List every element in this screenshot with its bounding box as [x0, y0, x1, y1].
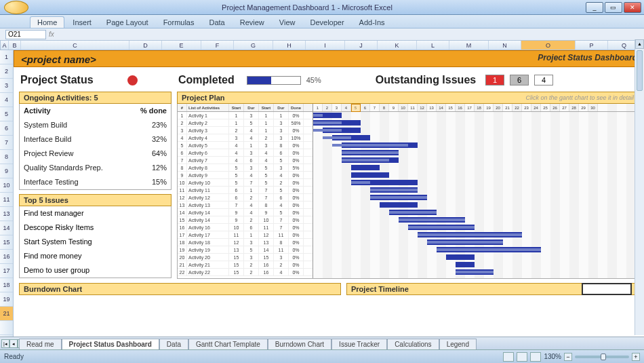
gantt-task-row[interactable]: 7Activity 746450%	[178, 157, 313, 164]
row-header-13[interactable]: 13	[0, 207, 13, 221]
gantt-task-row[interactable]: 3Activity 324130%	[178, 127, 313, 134]
issue-row[interactable]: Find test manager	[20, 206, 171, 221]
column-header-B[interactable]: B	[9, 41, 21, 50]
ribbon-tab-developer[interactable]: Developer	[303, 17, 350, 28]
scroll-up-button[interactable]: ▲	[635, 39, 644, 49]
sheet-tab-gantt-chart-template[interactable]: Gantt Chart Template	[188, 339, 268, 349]
row-header-19[interactable]: 19	[0, 292, 13, 307]
row-header-3[interactable]: 3	[0, 79, 13, 93]
row-header-14[interactable]: 14	[0, 221, 13, 235]
gantt-task-row[interactable]: 12Activity 1262760%	[178, 194, 313, 202]
column-header-L[interactable]: L	[417, 41, 449, 50]
issue-row[interactable]: Start System Testing	[20, 235, 171, 249]
gantt-task-row[interactable]: 8Activity 853535%	[178, 164, 313, 172]
office-button[interactable]	[4, 1, 28, 14]
gantt-task-row[interactable]: 10Activity 1057520%	[178, 179, 313, 187]
zoom-out-button[interactable]: −	[564, 353, 572, 361]
row-header-7[interactable]: 7	[0, 136, 13, 150]
ribbon-tab-view[interactable]: View	[273, 17, 302, 28]
column-header-D[interactable]: D	[129, 41, 162, 50]
issue-row[interactable]: Demo to user group	[20, 263, 171, 278]
gantt-bar[interactable]	[351, 172, 389, 178]
column-header-A[interactable]: A	[1, 41, 9, 50]
grid-area[interactable]: <project name> Project Status Dashboard …	[14, 50, 644, 337]
ribbon-tab-formulas[interactable]: Formulas	[157, 17, 201, 28]
column-header-H[interactable]: H	[273, 41, 306, 50]
gantt-chart[interactable]: Click on the gantt chart to see it in de…	[177, 104, 639, 279]
selected-cell-cursor[interactable]	[582, 283, 632, 295]
gantt-task-row[interactable]: 4Activity 4342310%	[178, 134, 313, 142]
sheet-tab-project-status-dashboard[interactable]: Project Status Dashboard	[62, 339, 159, 349]
vertical-scrollbar[interactable]: ▲	[635, 39, 644, 335]
sheet-tab-issue-tracker[interactable]: Issue Tracker	[331, 339, 387, 349]
row-header-10[interactable]: 10	[0, 178, 13, 193]
gantt-task-row[interactable]: 1Activity 113110%	[178, 112, 313, 119]
row-header-17[interactable]: 17	[0, 264, 13, 278]
gantt-task-row[interactable]: 17Activity 1711112110%	[178, 231, 313, 239]
gantt-bars-area[interactable]: 1234567891011121314151617181920212223242…	[313, 104, 638, 278]
gantt-task-row[interactable]: 13Activity 1374840%	[178, 202, 313, 209]
row-header-8[interactable]: 8	[0, 150, 13, 164]
ribbon-tab-page-layout[interactable]: Page Layout	[100, 17, 155, 28]
view-pagebreak-button[interactable]	[530, 352, 541, 362]
column-header-E[interactable]: E	[162, 41, 201, 50]
close-button[interactable]: ✕	[624, 2, 641, 13]
row-header-1[interactable]: 1	[0, 50, 13, 64]
ongoing-row[interactable]: Project Review64%	[20, 147, 171, 161]
ribbon-tab-home[interactable]: Home	[30, 16, 64, 28]
ongoing-row[interactable]: System Build23%	[20, 118, 171, 132]
gantt-task-row[interactable]: 22Activity 221521640%	[178, 269, 313, 276]
gantt-bar[interactable]	[351, 165, 380, 170]
row-header-2[interactable]: 2	[0, 64, 13, 79]
gantt-task-row[interactable]: 15Activity 14921070%	[178, 216, 313, 224]
scroll-thumb[interactable]	[637, 50, 643, 91]
sheet-nav-prev[interactable]: ◂	[9, 339, 18, 348]
column-header-N[interactable]: N	[489, 41, 521, 50]
column-header-J[interactable]: J	[345, 41, 378, 50]
gantt-task-row[interactable]: 2Activity 2151358%	[178, 119, 313, 127]
view-layout-button[interactable]	[517, 352, 527, 362]
gantt-task-row[interactable]: 19Activity 1913514110%	[178, 246, 313, 254]
gantt-task-row[interactable]: 5Activity 541380%	[178, 142, 313, 149]
name-box[interactable]: O21	[5, 30, 46, 39]
row-header-5[interactable]: 5	[0, 107, 13, 121]
issue-row[interactable]: Find more money	[20, 249, 171, 263]
minimize-button[interactable]: _	[586, 2, 603, 13]
ongoing-row[interactable]: Interface Build32%	[20, 132, 171, 147]
column-header-K[interactable]: K	[378, 41, 417, 50]
sheet-nav-first[interactable]: |◂	[1, 339, 9, 348]
gantt-task-row[interactable]: 11Activity 1161750%	[178, 187, 313, 194]
worksheet[interactable]: 12345678910111314151617181921 <project n…	[0, 50, 644, 337]
column-header-F[interactable]: F	[201, 41, 234, 50]
zoom-in-button[interactable]: +	[632, 353, 640, 361]
ongoing-row[interactable]: Interface Testing15%	[20, 175, 171, 189]
ribbon-tab-add-ins[interactable]: Add-Ins	[353, 17, 392, 28]
row-header-11[interactable]: 11	[0, 193, 13, 207]
row-header-4[interactable]: 4	[0, 93, 13, 107]
gantt-task-row[interactable]: 14Activity 1494950%	[178, 209, 313, 216]
sheet-tab-data[interactable]: Data	[159, 339, 188, 349]
column-header-P[interactable]: P	[576, 41, 608, 50]
row-header-9[interactable]: 9	[0, 164, 13, 178]
gantt-task-row[interactable]: 9Activity 954540%	[178, 172, 313, 179]
gantt-task-row[interactable]: 6Activity 643460%	[178, 149, 313, 157]
row-header-15[interactable]: 15	[0, 235, 13, 250]
zoom-slider-thumb[interactable]	[601, 354, 606, 360]
sheet-tab-read-me[interactable]: Read me	[19, 339, 62, 349]
row-header-21[interactable]: 21	[0, 307, 13, 321]
ribbon-tab-data[interactable]: Data	[202, 17, 231, 28]
gantt-bar[interactable]	[380, 202, 418, 208]
ribbon-tab-review[interactable]: Review	[233, 17, 271, 28]
ongoing-row[interactable]: Quality Standards Prep.12%	[20, 161, 171, 175]
gantt-task-row[interactable]: 21Activity 211521620%	[178, 261, 313, 269]
column-header-O[interactable]: O	[521, 41, 576, 50]
ribbon-tab-insert[interactable]: Insert	[66, 17, 98, 28]
gantt-task-row[interactable]: 18Activity 181231380%	[178, 239, 313, 246]
gantt-task-row[interactable]: 16Activity 161061170%	[178, 224, 313, 231]
maximize-button[interactable]: ▭	[605, 2, 622, 13]
row-header-6[interactable]: 6	[0, 121, 13, 136]
gantt-bar[interactable]	[456, 262, 475, 267]
gantt-bar[interactable]	[446, 254, 475, 260]
issue-row[interactable]: Descope Risky Items	[20, 221, 171, 235]
column-header-G[interactable]: G	[234, 41, 273, 50]
